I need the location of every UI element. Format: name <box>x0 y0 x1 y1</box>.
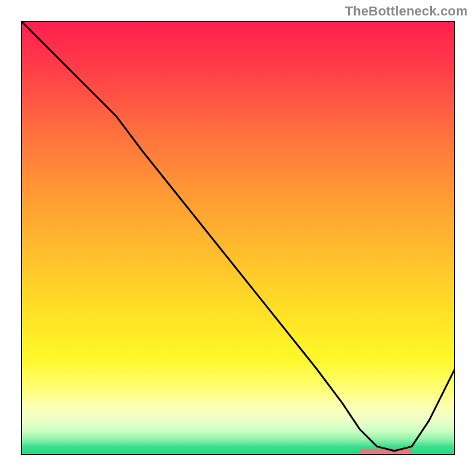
background-gradient <box>21 21 455 455</box>
plot-area <box>21 21 455 455</box>
optimal-range-marker <box>359 449 412 453</box>
chart-container: TheBottleneck.com <box>0 0 476 476</box>
attribution-text: TheBottleneck.com <box>345 4 468 19</box>
